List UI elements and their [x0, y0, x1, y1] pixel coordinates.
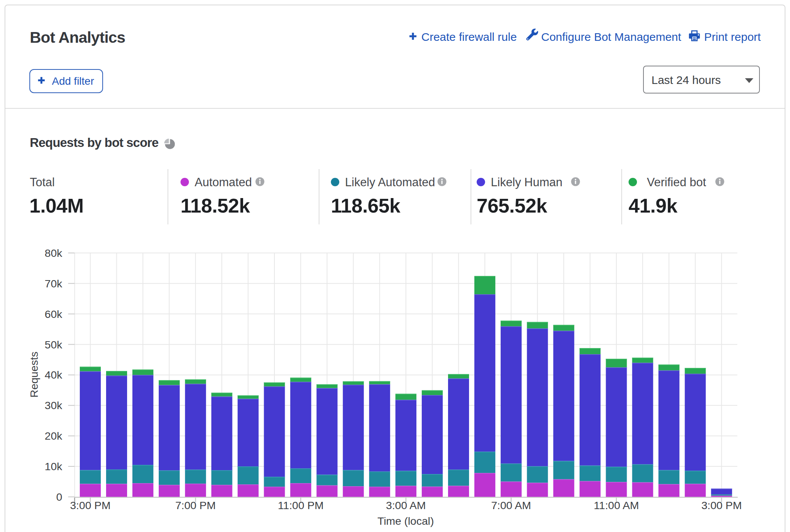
svg-text:10k: 10k — [45, 460, 63, 472]
svg-text:3:00 PM: 3:00 PM — [70, 499, 111, 511]
svg-text:0: 0 — [56, 491, 62, 503]
svg-text:7:00 AM: 7:00 AM — [491, 499, 531, 511]
svg-text:11:00 PM: 11:00 PM — [278, 499, 324, 511]
svg-text:3:00 AM: 3:00 AM — [386, 499, 426, 511]
svg-text:70k: 70k — [45, 277, 63, 290]
svg-text:50k: 50k — [45, 339, 63, 351]
svg-text:7:00 PM: 7:00 PM — [175, 499, 216, 511]
svg-text:80k: 80k — [45, 247, 63, 259]
svg-text:3:00 PM: 3:00 PM — [701, 499, 742, 511]
svg-text:60k: 60k — [45, 308, 63, 320]
svg-text:40k: 40k — [45, 369, 63, 381]
svg-text:30k: 30k — [45, 399, 63, 411]
svg-text:20k: 20k — [45, 430, 63, 442]
svg-text:Requests: Requests — [28, 351, 40, 397]
svg-text:11:00 AM: 11:00 AM — [594, 499, 639, 511]
svg-text:Time (local): Time (local) — [377, 515, 434, 527]
